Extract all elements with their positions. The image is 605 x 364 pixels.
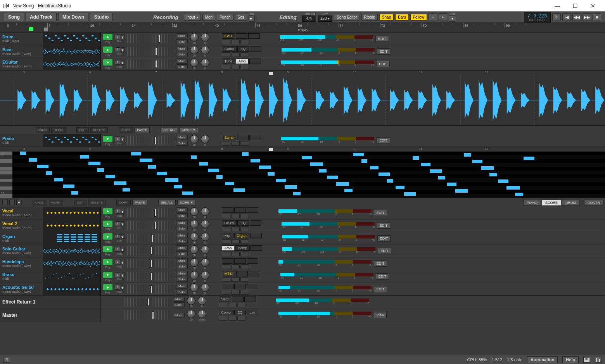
midi-note[interactable] (327, 176, 338, 179)
take-chip[interactable]: 1 (115, 273, 120, 277)
mute-button[interactable]: Mute (176, 59, 188, 64)
fx-slot-empty[interactable] (236, 33, 247, 39)
fx-slot[interactable]: Ext 1 (222, 33, 235, 39)
fx-slot[interactable]: EQ (234, 310, 246, 315)
edit-button[interactable]: EDIT (76, 127, 89, 133)
edit-button[interactable]: EDIT (74, 200, 86, 205)
edit-dropdown[interactable]: ▾ (449, 16, 456, 22)
midi-note[interactable] (447, 183, 456, 186)
mon-button[interactable]: Mon (202, 14, 215, 21)
midi-note[interactable] (302, 156, 312, 159)
fx-slot[interactable]: Tune (222, 59, 235, 64)
track-header[interactable]: Vocalmono audio (.aem) (0, 207, 43, 219)
mute-button[interactable]: Mute (176, 271, 188, 276)
midi-note[interactable] (430, 169, 442, 173)
take-dropdown[interactable]: ▾ (121, 221, 125, 226)
track-header[interactable]: Solo Guitarmono audio (.wav) (0, 245, 43, 257)
midi-note[interactable] (71, 191, 78, 195)
copy-button[interactable]: COPY (119, 127, 133, 133)
edit-track-button[interactable]: EDIT (378, 248, 391, 254)
fx-slot-empty[interactable] (234, 284, 246, 289)
piano-ruler[interactable]: 56789101112 (0, 147, 605, 152)
send-chip[interactable] (240, 52, 249, 57)
send-chip[interactable] (231, 40, 240, 44)
edit-track-button[interactable]: EDIT (374, 286, 387, 292)
send-chip[interactable] (219, 316, 227, 321)
mute-button[interactable]: Mute (176, 33, 188, 38)
fx-slot-empty[interactable] (222, 284, 233, 289)
take-chip[interactable]: 1 (115, 136, 120, 141)
pan-dial[interactable] (187, 310, 195, 318)
send-chip[interactable] (240, 141, 249, 146)
song-menu[interactable]: Song (4, 13, 24, 21)
midi-note[interactable] (251, 159, 260, 162)
midi-note[interactable] (216, 175, 223, 179)
fx-slot[interactable]: Amp (236, 59, 249, 64)
take-dropdown[interactable]: ▾ (121, 247, 125, 252)
send-chip[interactable] (228, 303, 237, 307)
volume-fader[interactable] (127, 221, 174, 230)
volume-fader[interactable] (127, 47, 174, 56)
fx-slot-empty[interactable] (250, 46, 261, 52)
send-dial[interactable] (201, 135, 209, 143)
pan-dial[interactable] (190, 245, 199, 254)
midi-note[interactable] (105, 175, 115, 178)
midi-note[interactable] (165, 178, 178, 182)
midi-note[interactable] (361, 159, 367, 163)
midi-note[interactable] (182, 191, 193, 195)
track-thumbnail[interactable] (43, 219, 101, 232)
midi-note[interactable] (233, 188, 245, 192)
pan-dial[interactable] (190, 220, 199, 228)
fx-slot[interactable]: Lim (247, 310, 258, 315)
volume-fader[interactable] (127, 272, 174, 281)
send-dial[interactable] (201, 59, 209, 67)
midi-note[interactable] (29, 158, 37, 162)
send-chip[interactable] (231, 277, 240, 282)
midi-note[interactable] (140, 159, 152, 162)
time-sig-field[interactable]: 4/4 (302, 16, 316, 22)
bus-header[interactable]: Master (0, 309, 101, 322)
midi-note[interactable] (489, 173, 497, 176)
solo-button[interactable]: Solo (176, 39, 188, 44)
fx-slot-empty[interactable] (247, 207, 258, 213)
track-header[interactable]: Bassmono audio (.wav) (0, 45, 43, 58)
play-marker-icon[interactable] (29, 27, 33, 31)
midi-note[interactable] (174, 185, 182, 188)
track-thumbnail[interactable] (43, 207, 101, 219)
take-dropdown[interactable]: ▾ (121, 35, 125, 39)
play-button[interactable]: ▶ (103, 272, 112, 278)
send-dial[interactable] (201, 207, 209, 216)
volume-fader[interactable] (124, 311, 171, 320)
track-thumbnail[interactable] (43, 134, 101, 147)
sos-button[interactable]: Sos (235, 14, 247, 21)
more-menu[interactable]: MORE ▼ (177, 200, 196, 205)
solo-button[interactable]: Solo (176, 264, 188, 269)
take-dropdown[interactable]: ▾ (121, 47, 125, 52)
undo-button[interactable]: UNDO (35, 127, 50, 133)
send-dial[interactable] (201, 233, 209, 241)
midi-note[interactable] (157, 172, 167, 175)
send-chip[interactable] (231, 264, 240, 269)
fx-slot-empty[interactable] (232, 297, 244, 302)
send-chip[interactable] (231, 252, 240, 256)
pan-dial[interactable] (190, 59, 199, 67)
play-button[interactable]: ▶ (103, 208, 112, 214)
send-chip[interactable] (219, 303, 227, 307)
playhead-icon[interactable] (269, 148, 273, 151)
send-dial[interactable] (201, 271, 209, 279)
volume-fader[interactable] (127, 246, 174, 255)
mute-button[interactable]: Mute (173, 297, 185, 302)
score-view-tab[interactable]: SCORE (542, 200, 561, 206)
midi-note[interactable] (242, 152, 249, 156)
zoom-out-button[interactable]: − (429, 13, 437, 21)
solo-button[interactable]: Solo (176, 52, 188, 57)
edit-track-button[interactable]: EDIT (377, 61, 390, 67)
minimize-button[interactable]: — (548, 0, 566, 12)
send-chip[interactable] (228, 316, 237, 321)
pan-dial[interactable] (190, 283, 199, 292)
midi-note[interactable] (37, 165, 48, 168)
add-track-button[interactable]: Add Track (26, 13, 57, 21)
mute-button[interactable]: Mute (176, 284, 188, 289)
solo-button[interactable]: Solo (176, 277, 188, 282)
take-dropdown[interactable]: ▾ (121, 234, 125, 239)
